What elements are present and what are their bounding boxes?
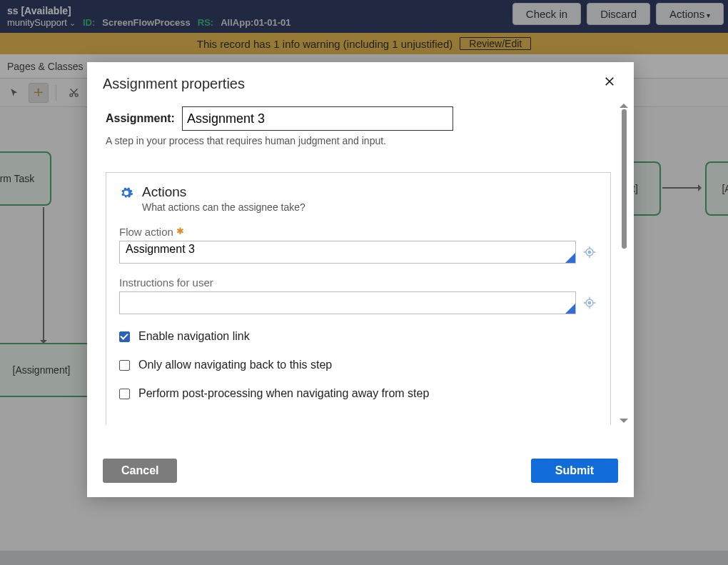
assignment-helper-text: A step in your process that requires hum… (106, 135, 611, 146)
flow-action-label: Flow action ✱ (119, 226, 597, 238)
scroll-thumb[interactable] (622, 109, 627, 249)
actions-panel: Actions What actions can the assignee ta… (106, 172, 611, 425)
actions-panel-title: Actions (142, 184, 305, 200)
required-star-icon: ✱ (176, 226, 184, 236)
assignment-name-input[interactable] (182, 106, 453, 131)
checkbox-icon (119, 389, 130, 399)
checkbox-icon (119, 331, 130, 342)
modal-scrollbar[interactable] (618, 99, 630, 427)
cancel-button[interactable]: Cancel (103, 459, 177, 483)
submit-button[interactable]: Submit (531, 459, 618, 483)
only-allow-back-checkbox[interactable]: Only allow navigating back to this step (119, 359, 597, 371)
instructions-label: Instructions for user (119, 276, 597, 289)
assignment-properties-modal: Assignment properties Assignment: A step… (87, 62, 634, 497)
svg-point-5 (588, 251, 590, 253)
gear-icon (119, 186, 133, 203)
crosshair-icon[interactable] (582, 244, 597, 260)
actions-panel-subtitle: What actions can the assignee take? (142, 201, 305, 213)
scroll-down-icon[interactable] (620, 419, 628, 427)
post-processing-checkbox[interactable]: Perform post-processing when navigating … (119, 387, 597, 400)
crosshair-icon[interactable] (582, 295, 597, 311)
instructions-input[interactable] (119, 291, 576, 314)
svg-point-7 (588, 301, 590, 304)
scroll-up-icon[interactable] (620, 99, 628, 108)
enable-navigation-checkbox[interactable]: Enable navigation link (119, 330, 597, 343)
checkbox-icon (119, 360, 130, 371)
close-icon[interactable] (601, 75, 618, 92)
flow-action-input[interactable]: Assignment 3 (119, 241, 576, 264)
modal-title: Assignment properties (103, 76, 245, 92)
assignment-label: Assignment: (106, 112, 175, 125)
